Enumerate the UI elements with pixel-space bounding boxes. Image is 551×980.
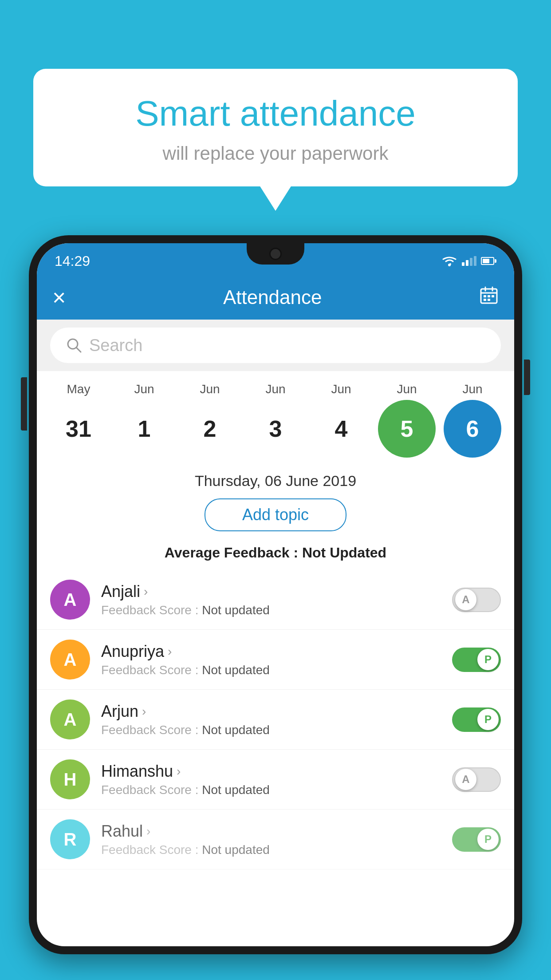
avg-feedback: Average Feedback : Not Updated — [37, 540, 514, 570]
toggle-knob-arjun: P — [477, 709, 499, 730]
toggle-himanshu[interactable]: A — [452, 767, 501, 792]
svg-rect-9 — [488, 299, 490, 301]
front-camera — [269, 248, 282, 260]
cal-day-5[interactable]: 5 — [378, 400, 436, 458]
cal-month-6: Jun — [444, 382, 501, 396]
avatar-himanshu: H — [50, 759, 90, 799]
toggle-switch-anupriya[interactable]: P — [452, 648, 501, 672]
phone-screen: 14:29 — [37, 243, 514, 946]
app-bar-title: Attendance — [223, 286, 322, 308]
cal-day-3[interactable]: 3 — [247, 400, 304, 458]
chevron-icon: › — [168, 644, 172, 659]
toggle-rahul[interactable]: P — [452, 827, 501, 852]
chevron-icon: › — [177, 764, 181, 778]
chevron-icon: › — [142, 704, 146, 719]
student-info-anjali: Anjali › Feedback Score : Not updated — [101, 582, 441, 617]
avg-feedback-value: Not Updated — [302, 545, 386, 561]
student-info-anupriya: Anupriya › Feedback Score : Not updated — [101, 642, 441, 677]
svg-rect-7 — [492, 295, 494, 297]
svg-point-0 — [448, 264, 451, 266]
student-item-anjali[interactable]: A Anjali › Feedback Score : Not updated … — [37, 570, 514, 630]
svg-rect-8 — [484, 299, 486, 301]
student-name-arjun: Arjun › — [101, 702, 441, 721]
speech-bubble: Smart attendance will replace your paper… — [33, 69, 518, 186]
signal-icon — [462, 256, 476, 266]
chevron-icon: › — [144, 585, 148, 599]
cal-day-4[interactable]: 4 — [312, 400, 370, 458]
toggle-switch-arjun[interactable]: P — [452, 707, 501, 732]
student-item-anupriya[interactable]: A Anupriya › Feedback Score : Not update… — [37, 630, 514, 690]
calendar-button[interactable] — [479, 285, 499, 309]
student-item-arjun[interactable]: A Arjun › Feedback Score : Not updated P — [37, 690, 514, 750]
cal-day-6[interactable]: 6 — [444, 400, 501, 458]
student-feedback-anjali: Feedback Score : Not updated — [101, 603, 441, 617]
cal-month-3: Jun — [247, 382, 304, 396]
search-icon — [66, 337, 83, 354]
cal-month-2: Jun — [181, 382, 239, 396]
bubble-box: Smart attendance will replace your paper… — [33, 69, 518, 186]
bubble-subtitle: will replace your paperwork — [60, 143, 491, 164]
avatar-anupriya: A — [50, 640, 90, 680]
student-info-arjun: Arjun › Feedback Score : Not updated — [101, 702, 441, 737]
phone-mockup: 14:29 — [29, 235, 522, 980]
toggle-anupriya[interactable]: P — [452, 648, 501, 672]
close-button[interactable]: × — [52, 284, 66, 311]
toggle-knob-anupriya: P — [477, 649, 499, 670]
search-placeholder: Search — [89, 336, 142, 355]
student-name-anupriya: Anupriya › — [101, 642, 441, 661]
phone-frame: 14:29 — [29, 235, 522, 954]
app-bar: × Attendance — [37, 275, 514, 320]
selected-date: Thursday, 06 June 2019 — [37, 464, 514, 494]
cal-month-4: Jun — [312, 382, 370, 396]
toggle-switch-anjali[interactable]: A — [452, 588, 501, 612]
avg-feedback-label: Average Feedback : — [165, 545, 302, 561]
toggle-knob-himanshu: A — [455, 769, 476, 790]
toggle-anjali[interactable]: A — [452, 588, 501, 612]
student-feedback-himanshu: Feedback Score : Not updated — [101, 783, 441, 797]
student-list: A Anjali › Feedback Score : Not updated … — [37, 570, 514, 869]
calendar-days: 31 1 2 3 4 5 6 — [46, 400, 505, 458]
bubble-title: Smart attendance — [60, 93, 491, 134]
student-name-himanshu: Himanshu › — [101, 762, 441, 781]
svg-rect-5 — [484, 295, 486, 297]
student-feedback-rahul: Feedback Score : Not updated — [101, 843, 441, 857]
avatar-arjun: A — [50, 699, 90, 739]
wifi-icon — [441, 255, 457, 267]
toggle-arjun[interactable]: P — [452, 707, 501, 732]
toggle-switch-rahul[interactable]: P — [452, 827, 501, 852]
avatar-anjali: A — [50, 580, 90, 620]
cal-day-0[interactable]: 31 — [50, 400, 107, 458]
avatar-rahul: R — [50, 819, 90, 859]
toggle-knob-anjali: A — [455, 589, 476, 610]
cal-month-1: Jun — [115, 382, 173, 396]
battery-icon — [481, 257, 496, 265]
status-time: 14:29 — [55, 253, 90, 269]
student-item-rahul[interactable]: R Rahul › Feedback Score : Not updated P — [37, 810, 514, 869]
student-name-anjali: Anjali › — [101, 582, 441, 601]
svg-rect-6 — [488, 295, 490, 297]
student-name-rahul: Rahul › — [101, 822, 441, 841]
status-icons — [441, 255, 496, 267]
search-container: Search — [37, 320, 514, 371]
search-bar[interactable]: Search — [50, 328, 501, 363]
student-info-rahul: Rahul › Feedback Score : Not updated — [101, 822, 441, 857]
toggle-switch-himanshu[interactable]: A — [452, 767, 501, 792]
chevron-icon: › — [146, 824, 150, 838]
cal-day-2[interactable]: 2 — [181, 400, 239, 458]
svg-line-11 — [76, 348, 81, 352]
student-feedback-anupriya: Feedback Score : Not updated — [101, 663, 441, 677]
phone-notch — [247, 243, 304, 265]
cal-month-5: Jun — [378, 382, 436, 396]
cal-month-0: May — [50, 382, 107, 396]
student-feedback-arjun: Feedback Score : Not updated — [101, 723, 441, 737]
toggle-knob-rahul: P — [477, 829, 499, 850]
add-topic-button[interactable]: Add topic — [205, 498, 346, 531]
calendar-strip: May Jun Jun Jun Jun Jun Jun 31 1 2 3 4 5… — [37, 371, 514, 464]
student-info-himanshu: Himanshu › Feedback Score : Not updated — [101, 762, 441, 797]
student-item-himanshu[interactable]: H Himanshu › Feedback Score : Not update… — [37, 750, 514, 810]
calendar-months: May Jun Jun Jun Jun Jun Jun — [46, 382, 505, 396]
cal-day-1[interactable]: 1 — [115, 400, 173, 458]
